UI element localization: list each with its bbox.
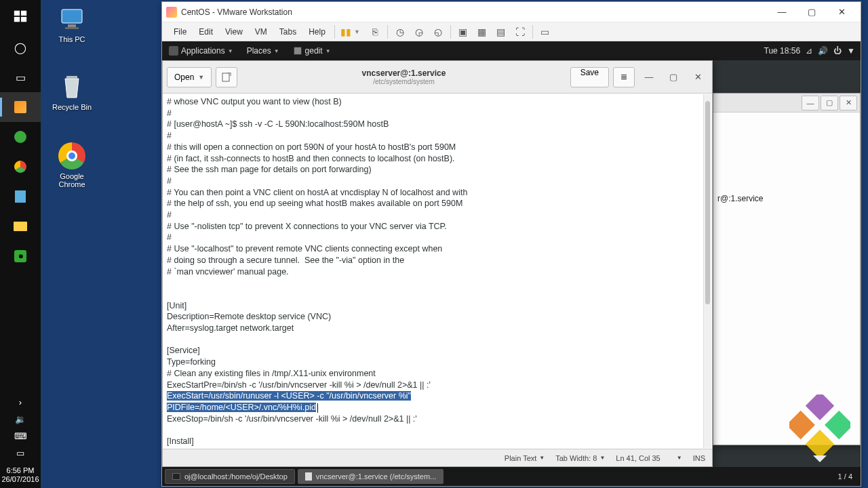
svg-rect-13 [806, 430, 834, 458]
gedit-headerbar[interactable]: Open▼ vncserver@:1.service /etc/systemd/… [163, 61, 712, 94]
terminal-minimize[interactable]: — [802, 96, 819, 110]
tray-keyboard-icon[interactable]: ⌨ [14, 431, 27, 441]
gedit-title: vncserver@:1.service /etc/systemd/system [241, 68, 566, 85]
vmware-icon [166, 7, 177, 18]
fit-window-icon[interactable]: ▦ [475, 25, 489, 39]
svg-rect-12 [787, 411, 815, 439]
svg-rect-11 [825, 411, 853, 439]
gedit-minimize[interactable]: — [639, 67, 659, 87]
svg-rect-9 [222, 73, 229, 81]
task-explorer[interactable] [0, 211, 41, 241]
fit-guest-icon[interactable]: ▣ [456, 25, 470, 39]
gedit-statusbar: Plain Text▼ Tab Width: 8▼ Ln 41, Col 35▼… [163, 449, 712, 466]
svg-rect-0 [14, 11, 20, 16]
snapshot-icon[interactable]: ⎘ [368, 25, 382, 39]
power-icon[interactable]: ⏻ [833, 46, 842, 56]
terminal-maximize[interactable]: ▢ [821, 96, 838, 110]
terminal-close[interactable]: ✕ [840, 96, 857, 110]
tray-action-icon[interactable]: ▭ [16, 448, 24, 458]
gedit-maximize[interactable]: ▢ [663, 67, 684, 87]
gedit-window: Open▼ vncserver@:1.service /etc/systemd/… [162, 60, 713, 467]
svg-rect-5 [68, 24, 76, 27]
menu-file[interactable]: File [167, 24, 193, 39]
svg-rect-8 [294, 47, 301, 55]
close-button[interactable]: ✕ [827, 3, 856, 22]
gedit-close[interactable]: ✕ [688, 67, 708, 87]
desktop-this-pc[interactable]: This PC [46, 5, 98, 43]
task-search[interactable]: ◯ [0, 33, 41, 62]
svg-rect-10 [806, 392, 834, 420]
fullscreen-icon[interactable]: ⛶ [513, 25, 527, 39]
scrollbar-thumb[interactable] [705, 101, 710, 304]
start-button[interactable] [0, 0, 41, 33]
svg-rect-2 [14, 17, 20, 22]
save-button[interactable]: Save [570, 67, 609, 87]
volume-icon[interactable]: 🔊 [818, 46, 828, 56]
gnome-bottombar: oj@localhost:/home/oj/Desktop vncserver@… [162, 467, 861, 486]
power-dropdown[interactable]: ▼ [354, 28, 360, 35]
editor-textarea[interactable]: # whose VNC output you want to view (hos… [163, 94, 712, 449]
menu-view[interactable]: View [219, 24, 249, 39]
menu-vm[interactable]: VM [249, 24, 273, 39]
snap-manage-icon[interactable]: ◵ [431, 25, 445, 39]
menu-edit[interactable]: Edit [193, 24, 219, 39]
status-position[interactable]: Ln 41, Col 35▼ [616, 454, 682, 462]
taskbar-gedit[interactable]: vncserver@:1.service (/etc/system... [298, 469, 443, 484]
svg-rect-3 [21, 17, 26, 22]
vmware-menubar: File Edit View VM Tabs Help ▮▮▼ ⎘ ◷ ◶ ◵ … [162, 22, 861, 41]
tray-volume-icon[interactable]: 🔉 [15, 414, 26, 424]
unity-icon[interactable]: ▤ [494, 25, 508, 39]
status-tabwidth[interactable]: Tab Width: 8▼ [555, 454, 605, 462]
vmware-window: CentOS - VMware Workstation — ▢ ✕ File E… [161, 1, 861, 487]
gnome-topbar: Applications▼ Places▼ gedit▼ Tue 18:56 ⊿… [162, 41, 861, 60]
power-button[interactable]: ▮▮ [340, 26, 351, 37]
desktop-chrome[interactable]: Google Chrome [46, 142, 98, 188]
windows-taskbar: ◯ ▭ ⏺ › 🔉 ⌨ ▭ 6:56 PM 26/07/2016 [0, 0, 41, 488]
menu-tabs[interactable]: Tabs [273, 24, 302, 39]
taskbar-terminal[interactable]: oj@localhost:/home/oj/Desktop [165, 469, 295, 484]
status-language[interactable]: Plain Text▼ [505, 454, 545, 462]
maximize-button[interactable]: ▢ [797, 3, 827, 22]
svg-rect-6 [65, 27, 79, 29]
vmware-titlebar[interactable]: CentOS - VMware Workstation — ▢ ✕ [162, 2, 861, 22]
system-tray: › 🔉 ⌨ ▭ 6:56 PM 26/07/2016 [0, 397, 41, 488]
task-vmware[interactable] [0, 92, 41, 122]
snap-revert-icon[interactable]: ◶ [412, 25, 426, 39]
new-tab-button[interactable] [216, 67, 237, 87]
gnome-clock[interactable]: Tue 18:56 [764, 46, 801, 56]
menu-help[interactable]: Help [302, 24, 332, 39]
scrollbar-vertical[interactable] [703, 94, 711, 448]
terminal-body: r@:1.service [713, 113, 860, 285]
task-utorrent[interactable] [0, 122, 41, 152]
applications-menu[interactable]: Applications▼ [162, 41, 240, 60]
workspace-pager[interactable]: 1 / 4 [833, 472, 858, 481]
svg-rect-7 [66, 76, 77, 79]
hamburger-menu[interactable]: ≡ [613, 67, 635, 87]
task-chrome[interactable] [0, 152, 41, 182]
vmware-title-text: CentOS - VMware Workstation [181, 7, 292, 17]
task-camtasia[interactable]: ⏺ [0, 241, 41, 271]
svg-rect-4 [62, 9, 82, 23]
guest-display: Applications▼ Places▼ gedit▼ Tue 18:56 ⊿… [162, 41, 861, 486]
snap-take-icon[interactable]: ◷ [393, 25, 407, 39]
svg-rect-1 [21, 11, 26, 16]
tray-clock[interactable]: 6:56 PM 26/07/2016 [1, 466, 39, 484]
places-menu[interactable]: Places▼ [240, 41, 286, 60]
network-icon[interactable]: ⊿ [806, 46, 812, 56]
desktop-recycle-bin[interactable]: Recycle Bin [46, 73, 98, 111]
active-app-menu[interactable]: gedit▼ [286, 41, 338, 60]
status-insert: INS [693, 454, 705, 462]
tray-expand-icon[interactable]: › [19, 397, 22, 407]
console-icon[interactable]: ▭ [538, 25, 552, 39]
open-button[interactable]: Open▼ [167, 67, 212, 87]
task-notepad[interactable] [0, 182, 41, 211]
task-taskview[interactable]: ▭ [0, 62, 41, 92]
minimize-button[interactable]: — [767, 3, 797, 22]
centos-logo [766, 384, 861, 466]
